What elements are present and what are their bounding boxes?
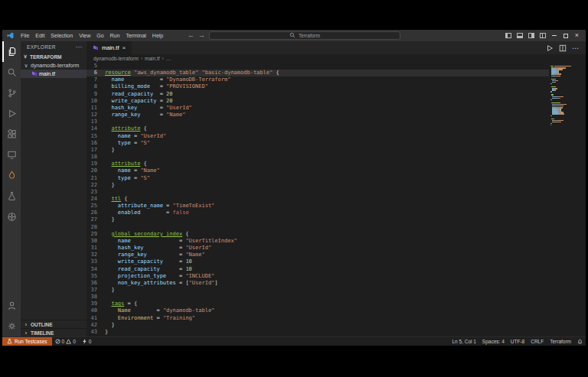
close-button[interactable]: × [571,32,583,39]
line-number[interactable]: 38 [87,294,105,301]
line-number[interactable]: 11 [87,105,105,112]
extensions-icon[interactable] [2,124,21,145]
line-number[interactable]: 29 [87,231,105,238]
code-line[interactable]: 18 [87,154,549,161]
menu-view[interactable]: View [76,33,93,38]
menu-selection[interactable]: Selection [47,33,76,38]
code-line[interactable]: 11 hash_key = "UserId" [87,105,549,112]
code-line[interactable]: 5 [87,63,549,70]
testing-icon[interactable] [2,186,21,206]
code-line[interactable]: 16 type = "S" [87,140,549,147]
code-line[interactable]: 35 projection_type = "INCLUDE" [87,273,549,280]
code-line[interactable]: 23 [87,189,549,196]
tab-main-tf[interactable]: main.tf × [87,41,132,54]
breadcrumb-item[interactable]: dynamodb-terraform [93,56,139,61]
run-file-icon[interactable] [546,41,554,55]
toggle-primary-sidebar-icon[interactable] [505,33,511,38]
line-number[interactable]: 23 [87,189,105,196]
code-line[interactable]: 25 attribute_name = "TimeToExist" [87,203,549,210]
code-line[interactable]: 32 range_key = "Name" [87,252,549,258]
problems-indicator[interactable]: 0 0 [52,337,79,346]
code-line[interactable]: 38 [87,294,549,301]
line-number[interactable]: 37 [87,287,105,294]
nav-forward-icon[interactable]: → [198,32,205,39]
search-sidebar-icon[interactable] [2,62,21,83]
explorer-actions-icon[interactable]: ⋯ [76,44,82,50]
line-number[interactable]: 15 [87,133,105,140]
line-number[interactable]: 26 [87,210,105,216]
code-line[interactable]: 40 Name = "dynamodb-table" [87,307,549,314]
line-number[interactable]: 6 [87,70,105,76]
outline-panel-header[interactable]: › OUTLINE [21,320,87,328]
menu-file[interactable]: File [18,33,32,38]
run-testcases-button[interactable]: Run Testcases [2,337,52,346]
tree-file-main-tf[interactable]: main.tf [21,70,87,78]
tree-folder-dynamodb-terraform[interactable]: ∨ dynamodb-terraform [21,61,87,70]
editor-more-actions-icon[interactable]: ⋯ [572,44,579,52]
remote-explorer-icon[interactable] [2,145,21,165]
nav-back-icon[interactable]: ← [188,32,194,39]
code-line[interactable]: 13 [87,119,549,125]
code-line[interactable]: 27 } [87,216,549,223]
menu-run[interactable]: Run [107,33,123,38]
line-number[interactable]: 19 [87,161,105,167]
line-number[interactable]: 10 [87,98,105,105]
code-line[interactable]: 24 ttl { [87,196,549,203]
line-number[interactable]: 28 [87,224,105,231]
code-line[interactable]: 20 name = "Name" [87,167,549,174]
code-line[interactable]: 30 name = "UserTitleIndex" [87,238,549,245]
code-line[interactable]: 26 enabled = false [87,210,549,216]
code-line[interactable]: 17 } [87,147,549,154]
code-line[interactable]: 28 [87,224,549,231]
line-number[interactable]: 13 [87,119,105,125]
eol-indicator[interactable]: CRLF [528,337,547,346]
code-line[interactable]: 34 read_capacity = 10 [87,266,549,273]
toggle-panel-icon[interactable] [517,33,523,38]
code-line[interactable]: 8 billing_mode = "PROVISIONED" [87,83,549,90]
line-number[interactable]: 43 [87,329,105,336]
workspace-section-header[interactable]: ∨ TERRAFORM [21,52,87,61]
line-number[interactable]: 33 [87,258,105,265]
breadcrumb-item[interactable]: main.tf [145,56,160,61]
code-line[interactable]: 41 Environment = "Training" [87,315,549,322]
code-area[interactable]: 56resource "aws_dynamodb_table" "basic-d… [87,63,549,336]
line-number[interactable]: 18 [87,154,105,161]
code-line[interactable]: 10 write_capacity = 20 [87,98,549,105]
code-line[interactable]: 12 range_key = "Name" [87,112,549,119]
split-editor-icon[interactable] [559,41,567,55]
line-number[interactable]: 36 [87,280,105,287]
source-control-icon[interactable] [2,83,21,103]
menu-go[interactable]: Go [93,33,106,38]
line-number[interactable]: 7 [87,76,105,83]
code-line[interactable]: 39 tags = { [87,301,549,307]
line-number[interactable]: 12 [87,112,105,119]
kubernetes-icon[interactable] [2,206,21,227]
code-line[interactable]: 43} [87,329,549,336]
tab-close-icon[interactable]: × [122,44,126,51]
line-number[interactable]: 40 [87,307,105,314]
explorer-icon[interactable] [2,41,21,62]
bolt-indicator[interactable]: 0 [79,337,95,346]
code-line[interactable]: 19 attribute { [87,161,549,167]
code-line[interactable]: 6resource "aws_dynamodb_table" "basic-dy… [87,70,549,76]
code-line[interactable]: 9 read_capacity = 20 [87,91,549,98]
minimap[interactable] [549,63,586,336]
indentation-indicator[interactable]: Spaces: 4 [479,337,508,346]
line-number[interactable]: 5 [87,63,105,70]
maximize-button[interactable] [560,34,571,38]
containers-icon[interactable] [2,165,21,186]
customize-layout-icon[interactable] [540,33,546,38]
menu-terminal[interactable]: Terminal [122,33,149,38]
menu-edit[interactable]: Edit [32,33,47,38]
timeline-panel-header[interactable]: › TIMELINE [21,328,87,336]
breadcrumb-item[interactable]: … [166,56,172,61]
account-icon[interactable] [2,295,21,316]
code-line[interactable]: 33 write_capacity = 10 [87,258,549,265]
line-number[interactable]: 14 [87,125,105,132]
line-number[interactable]: 22 [87,182,105,189]
code-line[interactable]: 7 name = "DynamoDB-Terraform" [87,76,549,83]
command-center[interactable]: Terraform [209,31,400,40]
toggle-secondary-sidebar-icon[interactable] [528,33,534,38]
code-line[interactable]: 29 global_secondary_index { [87,231,549,238]
line-number[interactable]: 35 [87,273,105,280]
